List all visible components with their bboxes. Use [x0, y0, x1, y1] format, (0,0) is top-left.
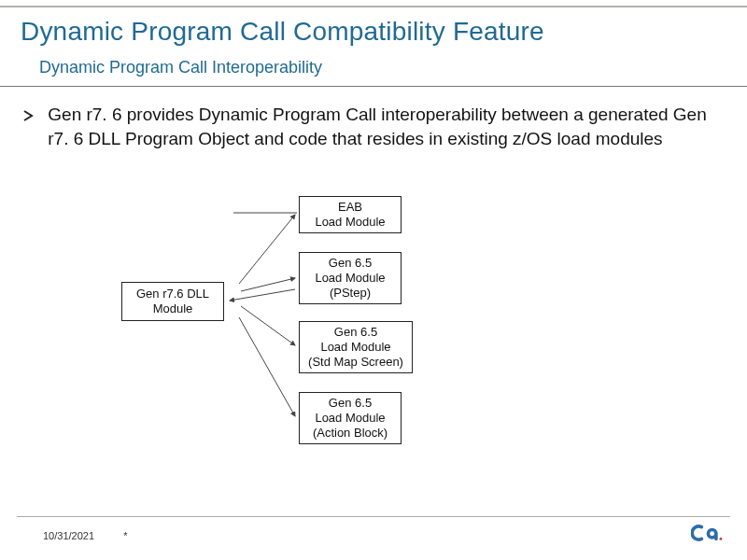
- footer-date: 10/31/2021: [43, 530, 94, 541]
- title-divider: [0, 86, 747, 87]
- slide: Dynamic Program Call Compatibility Featu…: [0, 0, 747, 560]
- footer: 10/31/2021 *: [43, 530, 127, 541]
- svg-line-4: [239, 317, 295, 416]
- svg-point-6: [719, 538, 722, 540]
- box-text: Gen 6.5: [329, 396, 372, 411]
- slide-subtitle: Dynamic Program Call Interoperability: [39, 58, 322, 77]
- box-text: Gen 6.5: [334, 325, 377, 340]
- footer-rule: [17, 516, 730, 517]
- box-text: (Std Map Screen): [308, 355, 403, 370]
- box-gen65-map-screen: Gen 6.5 Load Module (Std Map Screen): [299, 321, 413, 373]
- bullet-item: Gen r7. 6 provides Dynamic Program Call …: [22, 103, 721, 150]
- box-gen65-action-block: Gen 6.5 Load Module (Action Block): [299, 392, 402, 444]
- svg-line-3: [241, 306, 295, 345]
- box-text: (PStep): [330, 286, 371, 301]
- box-text: Module: [153, 301, 193, 316]
- box-text: Load Module: [315, 215, 385, 230]
- slide-title: Dynamic Program Call Compatibility Featu…: [21, 17, 544, 47]
- box-eab-load-module: EAB Load Module: [299, 196, 402, 233]
- top-rule: [0, 6, 747, 7]
- box-text: Load Module: [315, 271, 385, 286]
- box-text: Gen 6.5: [329, 256, 372, 271]
- bullet-text: Gen r7. 6 provides Dynamic Program Call …: [48, 103, 720, 150]
- svg-line-1: [239, 215, 295, 284]
- box-text: (Action Block): [313, 426, 388, 441]
- footer-mark: *: [123, 530, 127, 541]
- box-dll-module: Gen r7.6 DLL Module: [121, 282, 224, 321]
- svg-line-2: [241, 278, 295, 291]
- box-text: Load Module: [315, 411, 385, 426]
- box-gen65-pstep: Gen 6.5 Load Module (PStep): [299, 252, 402, 304]
- ca-logo-icon: [691, 523, 723, 547]
- box-text: EAB: [338, 200, 362, 215]
- box-text: Gen r7.6 DLL: [136, 287, 209, 301]
- svg-line-5: [230, 289, 295, 301]
- box-text: Load Module: [320, 340, 390, 355]
- chevron-right-icon: [22, 105, 35, 129]
- diagram: Gen r7.6 DLL Module EAB Load Module Gen …: [121, 196, 514, 476]
